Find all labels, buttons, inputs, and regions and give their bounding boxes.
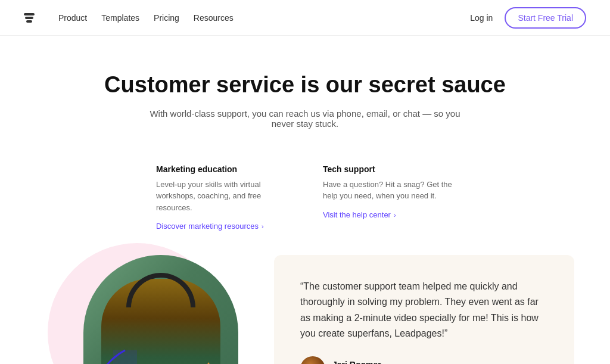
testimonial-footer: Jari Roomer Founder, Personal Growth Lab bbox=[300, 356, 548, 364]
author-name: Jari Roomer bbox=[332, 360, 430, 364]
feature-tech-title: Tech support bbox=[323, 164, 454, 174]
testimonial-quote: “The customer support team helped me qui… bbox=[300, 279, 548, 342]
bottom-section: “The customer support team helped me qui… bbox=[0, 243, 610, 364]
chevron-icon-2: › bbox=[392, 211, 396, 219]
hero-title: Customer service is our secret sauce bbox=[24, 71, 586, 99]
nav-link-templates[interactable]: Templates bbox=[101, 13, 139, 23]
login-link[interactable]: Log in bbox=[470, 13, 493, 23]
feature-marketing-link[interactable]: Discover marketing resources › bbox=[156, 222, 264, 231]
feature-tech-link[interactable]: Visit the help center › bbox=[323, 210, 396, 219]
logo[interactable] bbox=[24, 13, 39, 23]
logo-layer-1 bbox=[24, 13, 35, 15]
start-free-trial-button[interactable]: Start Free Trial bbox=[505, 7, 586, 29]
features-section: Marketing education Level-up your skills… bbox=[37, 147, 573, 244]
author-avatar bbox=[300, 356, 325, 364]
avatar-image bbox=[300, 356, 325, 364]
logo-layer-3 bbox=[26, 20, 32, 23]
logo-icon bbox=[24, 13, 35, 23]
nav-right: Log in Start Free Trial bbox=[470, 7, 586, 29]
hero-subtitle: With world-class support, you can reach … bbox=[144, 108, 466, 129]
nav-left: Product Templates Pricing Resources bbox=[24, 13, 234, 23]
testimonial-card: “The customer support team helped me qui… bbox=[274, 255, 574, 364]
chevron-icon: › bbox=[260, 223, 264, 230]
author-info: Jari Roomer Founder, Personal Growth Lab bbox=[332, 360, 430, 364]
blue-squiggle-decoration bbox=[89, 344, 149, 364]
nav-link-pricing[interactable]: Pricing bbox=[154, 13, 179, 23]
feature-marketing: Marketing education Level-up your skills… bbox=[156, 164, 287, 232]
logo-layer-2 bbox=[25, 17, 33, 19]
feature-marketing-desc: Level-up your skills with virtual worksh… bbox=[156, 179, 287, 214]
nav-link-product[interactable]: Product bbox=[58, 13, 87, 23]
navbar: Product Templates Pricing Resources Log … bbox=[0, 0, 610, 36]
hero-section: Customer service is our secret sauce Wit… bbox=[0, 36, 610, 147]
feature-marketing-title: Marketing education bbox=[156, 164, 287, 174]
testimonial-author: Jari Roomer Founder, Personal Growth Lab bbox=[300, 356, 548, 364]
feature-tech-desc: Have a question? Hit a snag? Get the hel… bbox=[323, 179, 454, 202]
orange-triangle-decoration bbox=[167, 362, 250, 364]
feature-tech: Tech support Have a question? Hit a snag… bbox=[323, 164, 454, 232]
nav-link-resources[interactable]: Resources bbox=[194, 13, 234, 23]
nav-links: Product Templates Pricing Resources bbox=[58, 13, 234, 23]
visual-area bbox=[36, 243, 286, 364]
